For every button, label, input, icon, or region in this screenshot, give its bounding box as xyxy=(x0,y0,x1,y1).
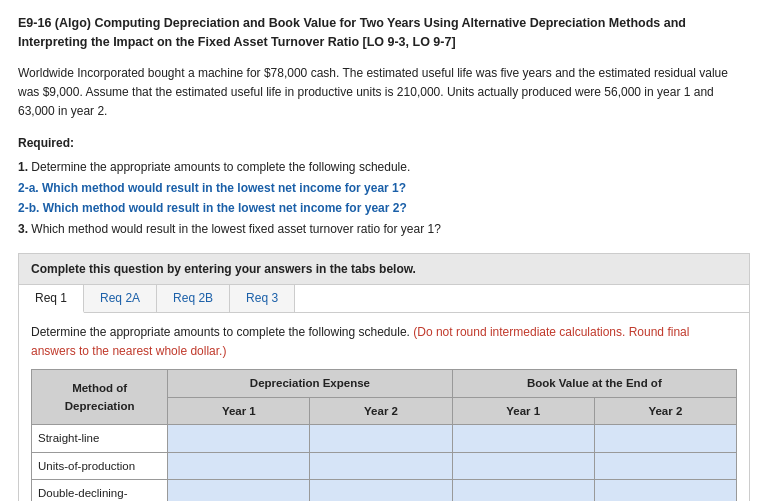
dep-y2-units[interactable] xyxy=(310,452,452,479)
dep-y1-ddb-input[interactable] xyxy=(174,496,303,501)
tab-instruction: Determine the appropriate amounts to com… xyxy=(31,325,410,339)
tab-req3[interactable]: Req 3 xyxy=(230,285,295,312)
required-section: Required: 1. Determine the appropriate a… xyxy=(18,133,750,239)
bv-y1-ddb[interactable] xyxy=(452,479,594,501)
bv-y2-straight-input[interactable] xyxy=(601,432,730,444)
col-dep-y2-header: Year 2 xyxy=(310,397,452,424)
dep-y1-straight-input[interactable] xyxy=(174,432,303,444)
required-item-2a: 2-a. Which method would result in the lo… xyxy=(18,178,750,198)
col-dep-y1-header: Year 1 xyxy=(168,397,310,424)
schedule-table: Method of Depreciation Depreciation Expe… xyxy=(31,369,737,501)
bv-y1-units[interactable] xyxy=(452,452,594,479)
required-item-1: 1. Determine the appropriate amounts to … xyxy=(18,157,750,177)
dep-y2-straight-input[interactable] xyxy=(316,432,445,444)
tab-req1-label: Req 1 xyxy=(35,291,67,305)
tab-req2a-label: Req 2A xyxy=(100,291,140,305)
dep-y2-ddb[interactable] xyxy=(310,479,452,501)
tab-req1[interactable]: Req 1 xyxy=(19,285,84,313)
table-row: Double-declining-balance xyxy=(32,479,737,501)
instruction-text: Complete this question by entering your … xyxy=(31,262,416,276)
col-bv-header: Book Value at the End of xyxy=(452,370,736,397)
dep-y1-straight[interactable] xyxy=(168,425,310,452)
required-heading: Required: xyxy=(18,133,750,153)
tab-req2b-label: Req 2B xyxy=(173,291,213,305)
tab-content: Determine the appropriate amounts to com… xyxy=(19,313,749,501)
tab-req2b[interactable]: Req 2B xyxy=(157,285,230,312)
page-title: E9-16 (Algo) Computing Depreciation and … xyxy=(18,14,750,52)
description: Worldwide Incorporated bought a machine … xyxy=(18,64,750,122)
method-units: Units-of-production xyxy=(32,452,168,479)
col-bv-y1-header: Year 1 xyxy=(452,397,594,424)
table-row: Straight-line xyxy=(32,425,737,452)
bv-y1-ddb-input[interactable] xyxy=(459,496,588,501)
instruction-box: Complete this question by entering your … xyxy=(18,253,750,285)
req-text-2b: Which method would result in the lowest … xyxy=(43,201,407,215)
dep-y2-ddb-input[interactable] xyxy=(316,496,445,501)
col-bv-y2-header: Year 2 xyxy=(594,397,736,424)
req-text-1: Determine the appropriate amounts to com… xyxy=(31,160,410,174)
req-number-2b: 2-b. xyxy=(18,201,39,215)
bv-y1-units-input[interactable] xyxy=(459,460,588,472)
table-row: Units-of-production xyxy=(32,452,737,479)
dep-y1-units[interactable] xyxy=(168,452,310,479)
tab-req2a[interactable]: Req 2A xyxy=(84,285,157,312)
req-text-2a: Which method would result in the lowest … xyxy=(42,181,406,195)
bv-y1-straight-input[interactable] xyxy=(459,432,588,444)
method-ddb: Double-declining-balance xyxy=(32,479,168,501)
bv-y2-units[interactable] xyxy=(594,452,736,479)
col-dep-header: Depreciation Expense xyxy=(168,370,452,397)
tab-req3-label: Req 3 xyxy=(246,291,278,305)
req-number-3: 3. xyxy=(18,222,28,236)
dep-y1-units-input[interactable] xyxy=(174,460,303,472)
bv-y2-ddb[interactable] xyxy=(594,479,736,501)
dep-y2-units-input[interactable] xyxy=(316,460,445,472)
tabs-row: Req 1 Req 2A Req 2B Req 3 xyxy=(19,285,749,313)
required-item-2b: 2-b. Which method would result in the lo… xyxy=(18,198,750,218)
bv-y2-ddb-input[interactable] xyxy=(601,496,730,501)
req-number-1: 1. xyxy=(18,160,28,174)
required-item-3: 3. Which method would result in the lowe… xyxy=(18,219,750,239)
tabs-container: Req 1 Req 2A Req 2B Req 3 Determine the … xyxy=(18,285,750,501)
col-method-header: Method of Depreciation xyxy=(32,370,168,425)
dep-y1-ddb[interactable] xyxy=(168,479,310,501)
bv-y2-units-input[interactable] xyxy=(601,460,730,472)
dep-y2-straight[interactable] xyxy=(310,425,452,452)
req-number-2a: 2-a. xyxy=(18,181,39,195)
method-straight-line: Straight-line xyxy=(32,425,168,452)
bv-y1-straight[interactable] xyxy=(452,425,594,452)
bv-y2-straight[interactable] xyxy=(594,425,736,452)
req-text-3: Which method would result in the lowest … xyxy=(31,222,441,236)
